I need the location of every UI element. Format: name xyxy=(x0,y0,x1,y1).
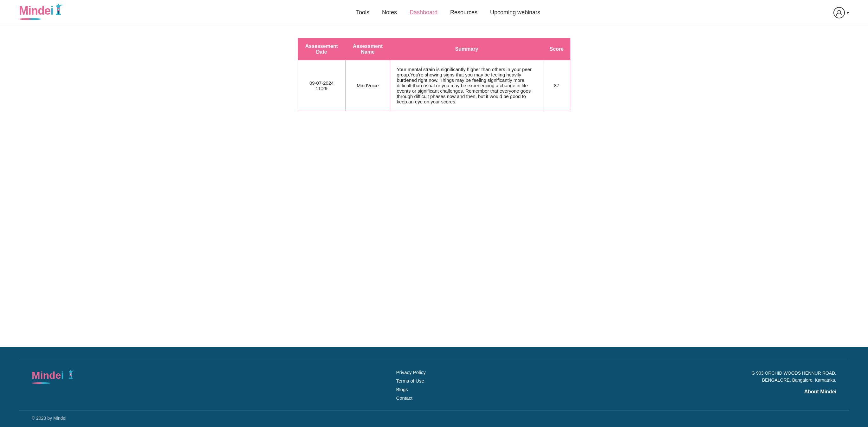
col-score: Score xyxy=(543,38,570,60)
assessment-table: Assessement Date Assessment Name Summary… xyxy=(298,38,570,111)
footer-logo-mind: Minde xyxy=(32,370,61,381)
logo-ei-text: i xyxy=(51,4,53,17)
footer-logo[interactable]: Mindei xyxy=(32,370,74,384)
svg-rect-4 xyxy=(58,4,59,6)
footer-about[interactable]: About Mindei xyxy=(747,388,836,396)
user-icon xyxy=(833,7,845,19)
nav-upcoming-webinars[interactable]: Upcoming webinars xyxy=(490,9,540,16)
main-content: Assessement Date Assessment Name Summary… xyxy=(0,25,868,347)
footer-top-divider xyxy=(19,360,849,360)
footer-privacy-policy[interactable]: Privacy Policy xyxy=(396,370,426,375)
footer-address-block: G 903 ORCHID WOODS HENNUR ROAD, BENGALOR… xyxy=(747,370,836,396)
footer-blogs[interactable]: Blogs xyxy=(396,387,426,392)
table-body: 09-07-2024 11:29 MindVoice Your mental s… xyxy=(298,60,570,111)
col-summary: Summary xyxy=(390,38,543,60)
row-score: 87 xyxy=(543,60,570,111)
col-name: Assessment Name xyxy=(345,38,390,60)
row-assessment-name: MindVoice xyxy=(345,60,390,111)
table-row: 09-07-2024 11:29 MindVoice Your mental s… xyxy=(298,60,570,111)
col-date: Assessement Date xyxy=(298,38,346,60)
svg-rect-15 xyxy=(70,370,71,371)
svg-rect-13 xyxy=(70,375,72,376)
nav-tools[interactable]: Tools xyxy=(356,9,369,16)
row-date: 09-07-2024 11:29 xyxy=(298,60,346,111)
chevron-down-icon: ▾ xyxy=(847,10,849,15)
svg-rect-8 xyxy=(58,11,59,13)
site-footer: Mindei xyxy=(0,347,868,427)
nav-notes[interactable]: Notes xyxy=(382,9,397,16)
svg-rect-2 xyxy=(57,10,60,11)
user-menu[interactable]: ▾ xyxy=(833,7,849,19)
footer-copyright: © 2023 by Mindei xyxy=(19,416,849,421)
lighthouse-icon xyxy=(54,4,63,16)
footer-logo-wave xyxy=(32,382,51,384)
footer-lighthouse-icon xyxy=(64,370,74,381)
svg-rect-7 xyxy=(56,13,61,15)
nav-dashboard[interactable]: Dashboard xyxy=(410,9,437,16)
footer-terms-of-use[interactable]: Terms of Use xyxy=(396,378,426,383)
row-summary: Your mental strain is significantly high… xyxy=(390,60,543,111)
table-header: Assessement Date Assessment Name Summary… xyxy=(298,38,570,60)
footer-contact[interactable]: Contact xyxy=(396,395,426,401)
svg-rect-19 xyxy=(70,376,71,377)
footer-logo-ei: i xyxy=(61,370,64,381)
nav-resources[interactable]: Resources xyxy=(450,9,477,16)
logo-wave xyxy=(19,18,41,20)
logo-mind-text: Minde xyxy=(19,4,51,17)
site-header: Mindei xyxy=(0,0,868,25)
svg-point-9 xyxy=(58,9,59,10)
footer-address-text: G 903 ORCHID WOODS HENNUR ROAD, BENGALOR… xyxy=(747,370,836,384)
svg-point-20 xyxy=(70,374,71,374)
footer-content: Mindei xyxy=(19,370,849,401)
main-nav: Tools Notes Dashboard Resources Upcoming… xyxy=(356,9,540,16)
logo[interactable]: Mindei xyxy=(19,5,63,20)
footer-links: Privacy Policy Terms of Use Blogs Contac… xyxy=(396,370,426,401)
svg-rect-18 xyxy=(69,377,73,378)
footer-bottom-divider: © 2023 by Mindei xyxy=(19,410,849,421)
